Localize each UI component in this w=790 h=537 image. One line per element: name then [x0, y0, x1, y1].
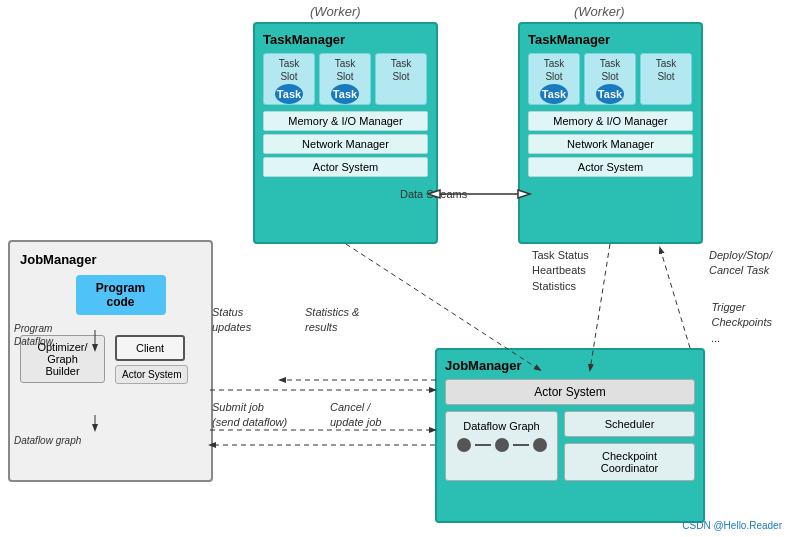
task-slot-label5: Task — [391, 58, 412, 69]
submit-job-annotation: Submit job (send dataflow) — [212, 400, 287, 431]
task-slot-label4: Slot — [336, 71, 353, 82]
task-slot-2-1: Task Slot Task — [528, 53, 580, 105]
prog-df-line1: Program — [14, 322, 53, 335]
scheduler-checkpoint-col: Scheduler Checkpoint Coordinator — [564, 411, 695, 481]
task-slot-label3: Task — [335, 58, 356, 69]
dataflow-graph-box: Dataflow Graph — [445, 411, 558, 481]
task-status-line1: Task Status — [532, 248, 589, 263]
task-manager-1-title: TaskManager — [263, 32, 428, 47]
task-circle-2: Task — [331, 84, 359, 104]
diagram-container: (Worker) (Worker) TaskManager Task Slot … — [0, 0, 790, 537]
cancel-update-annotation: Cancel / update job — [330, 400, 381, 431]
job-manager-right-title: JobManager — [445, 358, 695, 373]
status-line2: updates — [212, 320, 251, 335]
program-code-box: Program code — [76, 275, 166, 315]
stats-line2: results — [305, 320, 359, 335]
program-dataflow-annotation: Program Dataflow — [14, 322, 53, 348]
dataflow-graph-label: Dataflow Graph — [454, 420, 549, 432]
task-circle-1: Task — [275, 84, 303, 104]
task-slot-label: Task — [279, 58, 300, 69]
graph-node-3 — [533, 438, 547, 452]
worker-label-1: (Worker) — [310, 4, 361, 19]
task-slot-label6: Slot — [392, 71, 409, 82]
ts-label-3: Task — [600, 58, 621, 69]
graph-nodes — [454, 438, 549, 452]
ts-label-4: Slot — [601, 71, 618, 82]
task-slot-2-2: Task Slot Task — [584, 53, 636, 105]
deploy-stop-annotation: Deploy/Stop/ Cancel Task — [709, 248, 772, 279]
graph-edge-1 — [475, 444, 491, 446]
network-manager-1: Network Manager — [263, 134, 428, 154]
scheduler-box: Scheduler — [564, 411, 695, 437]
svg-line-5 — [660, 248, 690, 348]
task-slot-label2: Slot — [280, 71, 297, 82]
task-status-line2: Heartbeats — [532, 263, 589, 278]
memory-io-2: Memory & I/O Manager — [528, 111, 693, 131]
watermark: CSDN @Hello.Reader — [682, 520, 782, 531]
trigger-line1: Trigger — [711, 300, 772, 315]
client-box: Client — [115, 335, 185, 361]
trigger-line2: Checkpoints — [711, 315, 772, 330]
ts-label-1: Task — [544, 58, 565, 69]
task-slots-row-2: Task Slot Task Task Slot Task Task Slot — [528, 53, 693, 105]
ts-label-2: Slot — [545, 71, 562, 82]
dataflow-graph-annotation: Dataflow graph — [14, 435, 81, 446]
status-updates-annotation: Status updates — [212, 305, 251, 336]
task-manager-2-title: TaskManager — [528, 32, 693, 47]
job-manager-left-title: JobManager — [20, 252, 201, 267]
memory-io-1: Memory & I/O Manager — [263, 111, 428, 131]
graph-node-1 — [457, 438, 471, 452]
worker-label-2: (Worker) — [574, 4, 625, 19]
deploy-stop-line1: Deploy/Stop/ — [709, 248, 772, 263]
submit-line2: (send dataflow) — [212, 415, 287, 430]
task-slot-1-2: Task Slot Task — [319, 53, 371, 105]
task-slot-1-1: Task Slot Task — [263, 53, 315, 105]
stats-line1: Statistics & — [305, 305, 359, 320]
task-manager-1: TaskManager Task Slot Task Task Slot Tas… — [253, 22, 438, 244]
actor-system-left: Actor System — [115, 365, 188, 384]
actor-system-2: Actor System — [528, 157, 693, 177]
graph-node-2 — [495, 438, 509, 452]
actor-system-right: Actor System — [445, 379, 695, 405]
task-manager-2: TaskManager Task Slot Task Task Slot Tas… — [518, 22, 703, 244]
task-circle-3: Task — [540, 84, 568, 104]
checkpoint-box: Checkpoint Coordinator — [564, 443, 695, 481]
graph-edge-2 — [513, 444, 529, 446]
bottom-row: Dataflow Graph Scheduler Checkpoint Coor… — [445, 411, 695, 481]
task-status-line3: Statistics — [532, 279, 589, 294]
prog-df-line2: Dataflow — [14, 335, 53, 348]
cancel-line2: update job — [330, 415, 381, 430]
deploy-stop-line2: Cancel Task — [709, 263, 772, 278]
data-streams-label: Data Streams — [400, 188, 467, 200]
task-slot-2-3: Task Slot — [640, 53, 692, 105]
submit-line1: Submit job — [212, 400, 287, 415]
status-line1: Status — [212, 305, 251, 320]
task-slot-1-3: Task Slot — [375, 53, 427, 105]
trigger-line3: ... — [711, 331, 772, 346]
task-status-annotation: Task Status Heartbeats Statistics — [532, 248, 589, 294]
task-slots-row-1: Task Slot Task Task Slot Task Task Slot — [263, 53, 428, 105]
cancel-line1: Cancel / — [330, 400, 381, 415]
task-circle-4: Task — [596, 84, 624, 104]
actor-system-1: Actor System — [263, 157, 428, 177]
ts-label-6: Slot — [657, 71, 674, 82]
trigger-checkpoints-annotation: Trigger Checkpoints ... — [711, 300, 772, 346]
job-manager-right: JobManager Actor System Dataflow Graph S… — [435, 348, 705, 523]
network-manager-2: Network Manager — [528, 134, 693, 154]
ts-label-5: Task — [656, 58, 677, 69]
statistics-results-annotation: Statistics & results — [305, 305, 359, 336]
